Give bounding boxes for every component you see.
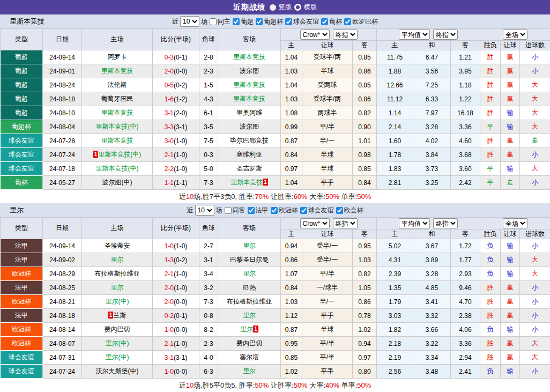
league-filter-checkbox[interactable] (233, 18, 240, 25)
league-filter-checkbox[interactable] (256, 18, 263, 25)
fulltime-score: 1-6 (165, 95, 174, 103)
match-date: 24-08-24 (43, 78, 82, 92)
avg-home-odds: 1.83 (377, 162, 413, 176)
layout-vertical-label[interactable]: 竖版 (279, 3, 292, 12)
league-filter[interactable]: 球会友谊 (285, 17, 319, 26)
league-filter[interactable]: 葡杯 (321, 17, 342, 26)
avg-home-odds: 1.35 (377, 281, 413, 295)
home-odds: 0.99 (281, 120, 302, 134)
league-filter[interactable]: 欧冠杯 (270, 206, 298, 215)
home-team-name: 阿罗卡 (108, 53, 127, 61)
away-team: 里尔 (218, 239, 281, 253)
league-filter-checkbox[interactable] (271, 207, 278, 214)
away-team: 里尔 (218, 267, 281, 281)
games-label: 场 (201, 17, 207, 26)
layout-horizontal-label[interactable]: 横版 (304, 3, 317, 12)
average-select[interactable]: 平均值 (399, 218, 430, 228)
league-filter-label: 葡杯 (329, 17, 342, 26)
result-handicap: 赢 (501, 351, 520, 365)
away-team: 里斯本竞技 (218, 92, 281, 106)
match-date: 24-07-24 (43, 365, 82, 379)
league-filter[interactable]: 葡超 (232, 17, 254, 26)
league-filter[interactable]: 法甲 (247, 206, 269, 215)
league-filter[interactable]: 葡超杯 (255, 17, 283, 26)
radio-unselected-icon[interactable] (294, 4, 301, 11)
league-filter-checkbox[interactable] (300, 207, 307, 214)
away-odds: 1.02 (353, 323, 377, 337)
avg-away-odds: 1.21 (451, 50, 480, 64)
result-winloss: 平 (480, 162, 501, 176)
away-odds: 1.05 (353, 281, 377, 295)
handicap: 受半/一 (302, 253, 353, 267)
match-scope-select[interactable]: 全场 (503, 218, 527, 228)
corner-count: 5-0 (199, 162, 218, 176)
avg-draw-odds: 3.22 (413, 337, 451, 351)
league-filter[interactable]: 欧会杯 (336, 206, 363, 215)
away-team: 费内巴切 (218, 337, 281, 351)
recent-count-select[interactable]: 10 (180, 16, 199, 27)
home-odds: 0.95 (281, 337, 302, 351)
halftime-score: (3-1) (174, 354, 187, 361)
radio-selected-icon[interactable] (270, 4, 276, 11)
avg-away-odds: 16.18 (451, 106, 480, 120)
league-filter-checkbox[interactable] (344, 18, 351, 25)
final-index-select[interactable]: 终指 (433, 218, 458, 228)
recent-count-select[interactable]: 10 (195, 205, 214, 216)
bookmaker-select[interactable]: Crow* (300, 218, 330, 228)
final-index-select[interactable]: 终指 (333, 218, 358, 228)
same-venue-filter[interactable]: 同客 (224, 206, 246, 215)
result-winloss: 负 (480, 267, 501, 281)
home-team: 里斯本竞技 (82, 106, 153, 120)
sub-column-header: 和 (413, 41, 451, 50)
away-odds: 0.85 (353, 50, 377, 64)
sub-column-header: 胜负 (480, 41, 501, 50)
match-date: 24-08-18 (43, 309, 82, 323)
away-team-name: 圣吉罗斯 (236, 165, 262, 172)
league-filter-checkbox[interactable] (248, 207, 255, 214)
corner-count: 3-2 (199, 281, 218, 295)
result-winloss: 负 (480, 253, 501, 267)
halftime-score: (1-0) (174, 137, 187, 145)
halftime-score: (0-1) (174, 312, 187, 320)
final-index-select[interactable]: 终指 (333, 29, 358, 40)
same-venue-filter-checkbox[interactable] (210, 18, 217, 25)
recent-results-page: 近期战绩 竖版 横版 里斯本竞技近10场同主葡超葡超杯球会友谊葡杯欧罗巴杯类型日… (0, 0, 550, 392)
match-date: 24-08-14 (43, 323, 82, 337)
away-odds: 0.84 (353, 176, 377, 190)
avg-home-odds: 1.79 (377, 295, 413, 309)
league-filter-checkbox[interactable] (321, 18, 328, 25)
home-team-name: 里尔(中) (106, 339, 129, 347)
league-filter-checkbox[interactable] (285, 18, 292, 25)
average-select[interactable]: 平均值 (399, 29, 430, 40)
same-venue-filter[interactable]: 同主 (209, 17, 231, 26)
home-odds: 1.04 (281, 78, 302, 92)
away-team-name: 巴黎圣日尔曼 (230, 256, 269, 263)
match-date: 24-08-04 (43, 120, 82, 134)
fulltime-score: 1-0 (165, 242, 174, 250)
league-filter-checkbox[interactable] (336, 207, 343, 214)
match-date: 24-09-01 (43, 64, 82, 78)
column-header: 比分(半场) (153, 218, 199, 239)
score: 3-3(3-1) (153, 120, 199, 134)
final-index-select[interactable]: 终指 (433, 29, 458, 40)
home-team: 里斯本竞技(中) (82, 120, 153, 134)
topbar: 近期战绩 竖版 横版 (0, 0, 550, 14)
league-filter[interactable]: 欧罗巴杯 (344, 17, 378, 26)
result-winloss: 胜 (480, 148, 501, 162)
home-team-name: 费内巴切 (105, 326, 130, 333)
home-odds: 0.85 (281, 351, 302, 365)
match-type: 球会友谊 (1, 365, 43, 379)
home-team-name: 葡萄牙国民 (101, 95, 133, 102)
avg-draw-odds: 3.56 (413, 64, 451, 78)
league-filter[interactable]: 球会友谊 (300, 206, 334, 215)
header-dropdown-group: Crow*终指 (281, 218, 377, 230)
handicap: 两球半 (302, 106, 353, 120)
same-venue-filter-checkbox[interactable] (225, 207, 232, 214)
match-scope-select[interactable]: 全场 (503, 29, 527, 40)
bookmaker-select[interactable]: Crow* (300, 29, 330, 40)
fulltime-score: 3-1 (165, 109, 174, 117)
match-type: 葡超杯 (1, 120, 43, 134)
result-goals: 小 (520, 309, 550, 323)
result-winloss: 胜 (480, 64, 501, 78)
away-odds: 0.97 (353, 351, 377, 365)
